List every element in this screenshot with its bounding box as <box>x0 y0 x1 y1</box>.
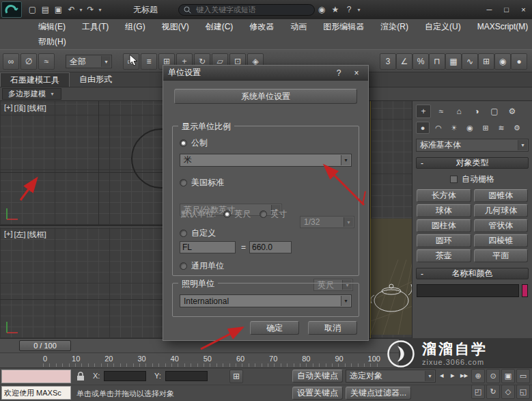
category-cameras-icon[interactable]: ◉ <box>463 122 477 134</box>
schematic-view-icon[interactable]: ⊞ <box>478 53 494 70</box>
custom-radio-row[interactable]: 自定义 <box>180 227 216 239</box>
us-standard-radio[interactable] <box>180 179 187 186</box>
play-icon[interactable]: ▸ <box>451 371 460 380</box>
maximize-viewport-toggle-icon[interactable]: ◱ <box>516 385 530 399</box>
autogrid-checkbox[interactable] <box>450 176 458 183</box>
category-geometry-icon[interactable]: ● <box>416 122 430 134</box>
maxscript-listener[interactable]: 欢迎使用 MAXSc <box>1 386 71 400</box>
tab-utilities[interactable]: ⚙ <box>505 105 520 118</box>
dialog-title-bar[interactable]: 单位设置 ? × <box>163 66 368 81</box>
render-setup-icon[interactable]: ● <box>511 53 527 70</box>
3dsmax-logo-icon[interactable] <box>1 1 22 18</box>
selection-filter-combo[interactable]: 全部 ▾ <box>66 55 112 68</box>
metric-unit-combo[interactable]: 米 ▾ <box>180 154 352 167</box>
box-button[interactable]: 长方体 <box>417 189 471 202</box>
new-file-icon[interactable]: ▢ <box>26 3 39 16</box>
object-color-swatch[interactable] <box>522 284 528 297</box>
teapot-button[interactable]: 茶壶 <box>417 249 471 262</box>
category-helpers-icon[interactable]: ⊞ <box>479 122 492 134</box>
zoom-extents-icon[interactable]: ▣ <box>501 369 515 383</box>
redo-dropdown-icon[interactable]: ▾ <box>97 7 103 13</box>
tab-graphite-modeling[interactable]: 石墨建模工具 <box>0 72 70 87</box>
spinner-snap-icon[interactable]: ⊓ <box>429 53 445 70</box>
custom-radio[interactable] <box>180 230 187 237</box>
viewport-name-left[interactable]: [左] <box>14 230 26 240</box>
menu-tools[interactable]: 工具(T) <box>82 21 109 33</box>
viewport-menu-plus[interactable]: [+] <box>4 230 13 240</box>
unlink-selection-icon[interactable]: ∅ <box>20 53 37 70</box>
auto-key-button[interactable]: 自动关键点 <box>292 370 343 383</box>
viewport-name-top[interactable]: [顶] <box>14 103 26 113</box>
tab-motion[interactable]: ◑ <box>469 105 484 118</box>
generic-units-radio[interactable] <box>180 262 187 270</box>
y-coordinate-field[interactable] <box>165 371 208 381</box>
category-systems-icon[interactable]: ⚙ <box>510 122 524 134</box>
snap-toggle-icon[interactable]: 3 <box>380 53 396 70</box>
inches-radio[interactable] <box>260 210 267 218</box>
mirror-icon[interactable]: ▦ <box>445 53 462 70</box>
menu-customize[interactable]: 自定义(U) <box>425 21 461 33</box>
viewport-shading-mode[interactable]: [线框] <box>27 230 46 240</box>
menu-animation[interactable]: 动画 <box>290 21 307 33</box>
open-file-icon[interactable]: ▤ <box>39 3 52 16</box>
tab-display[interactable]: ▢ <box>487 105 502 118</box>
grid-settings-icon[interactable]: ⊞ <box>229 370 243 383</box>
zoom-region-icon[interactable]: ▭ <box>516 369 530 383</box>
custom-unit-value-field[interactable] <box>249 241 292 253</box>
tube-button[interactable]: 管状体 <box>474 219 529 232</box>
menu-views[interactable]: 视图(V) <box>162 21 189 33</box>
search-input[interactable] <box>195 5 309 14</box>
close-icon[interactable]: × <box>515 3 532 16</box>
zoom-all-icon[interactable]: ⊙ <box>486 369 500 383</box>
bind-to-space-warp-icon[interactable]: ≈ <box>38 53 55 70</box>
sphere-button[interactable]: 球体 <box>417 204 471 217</box>
menu-help[interactable]: 帮助(H) <box>38 36 66 48</box>
menu-rendering[interactable]: 渲染(R) <box>380 21 408 33</box>
macro-recorder-box[interactable] <box>1 370 71 383</box>
object-name-field[interactable] <box>417 284 519 297</box>
category-shapes-icon[interactable]: ◠ <box>432 122 445 134</box>
percent-snap-icon[interactable]: % <box>412 53 429 70</box>
metric-radio-row[interactable]: 公制 <box>180 137 208 149</box>
dialog-close-icon[interactable]: × <box>350 68 363 79</box>
track-bar-ruler[interactable]: 0 10 20 30 40 50 60 70 80 90 100 <box>0 352 399 368</box>
viewport-menu-plus[interactable]: [+] <box>4 103 13 113</box>
tab-modify[interactable]: ≈ <box>434 105 449 118</box>
time-slider-handle[interactable]: 0 / 100 <box>19 340 71 351</box>
communication-center-icon[interactable]: ◉ <box>315 3 328 16</box>
us-standard-radio-row[interactable]: 美国标准 <box>180 177 224 189</box>
plane-button[interactable]: 平面 <box>474 249 529 262</box>
category-spacewarps-icon[interactable]: ≋ <box>494 122 508 134</box>
primitive-category-combo[interactable]: 标准基本体 ▾ <box>416 139 529 152</box>
system-unit-setup-button[interactable]: 系统单位设置 <box>174 89 357 104</box>
select-by-name-icon[interactable]: ≡ <box>141 53 157 70</box>
menu-maxscript[interactable]: MAXScript(M) <box>477 22 529 31</box>
undo-icon[interactable]: ↶ <box>65 3 78 16</box>
menu-create[interactable]: 创建(C) <box>206 21 234 33</box>
set-key-button[interactable]: 设置关键点 <box>292 387 343 400</box>
cancel-button[interactable]: 取消 <box>308 321 357 335</box>
name-color-rollout[interactable]: - 名称和颜色 <box>416 268 529 279</box>
tab-hierarchy[interactable]: ⌂ <box>451 105 466 118</box>
help-dropdown-icon[interactable]: ▾ <box>356 7 362 13</box>
polygon-modeling-panel[interactable]: 多边形建模 ▾ <box>2 88 61 100</box>
ok-button[interactable]: 确定 <box>250 321 299 335</box>
help-icon[interactable]: ? <box>342 3 356 16</box>
feet-radio[interactable] <box>223 210 231 218</box>
curve-editor-icon[interactable]: ∿ <box>462 53 478 70</box>
undo-dropdown-icon[interactable]: ▾ <box>78 7 84 13</box>
infocenter-search[interactable] <box>178 4 315 16</box>
us-fraction-combo[interactable]: 1/32 ▾ <box>300 216 354 228</box>
menu-graph-editors[interactable]: 图形编辑器 <box>323 21 364 33</box>
metric-radio[interactable] <box>180 139 187 147</box>
category-lights-icon[interactable]: ☀ <box>447 122 461 134</box>
object-type-rollout[interactable]: - 对象类型 <box>416 157 529 169</box>
material-editor-icon[interactable]: ◉ <box>494 53 511 70</box>
angle-snap-icon[interactable]: ∠ <box>396 53 412 70</box>
cone-button[interactable]: 圆锥体 <box>474 189 529 202</box>
pyramid-button[interactable]: 四棱锥 <box>474 234 529 247</box>
minimize-icon[interactable]: ─ <box>481 3 498 16</box>
pan-icon[interactable]: ◇ <box>501 385 515 399</box>
generic-radio-row[interactable]: 通用单位 <box>180 260 224 272</box>
favorites-icon[interactable]: ★ <box>328 3 342 16</box>
